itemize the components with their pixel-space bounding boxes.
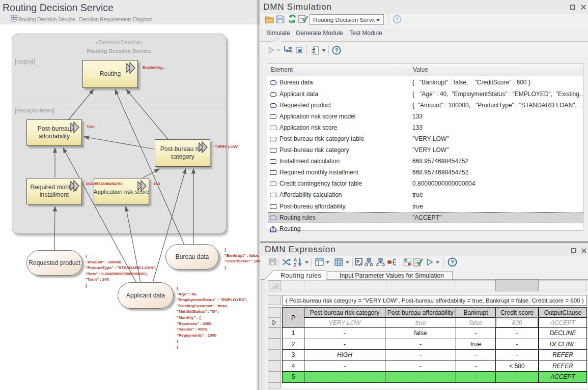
svg-text:Z: Z	[294, 262, 296, 267]
svg-text:P: P	[356, 259, 359, 264]
svg-text:A: A	[294, 257, 297, 262]
svg-text:?: ?	[335, 47, 339, 53]
svg-text:?: ?	[396, 16, 399, 22]
svg-text:?: ?	[451, 259, 454, 265]
